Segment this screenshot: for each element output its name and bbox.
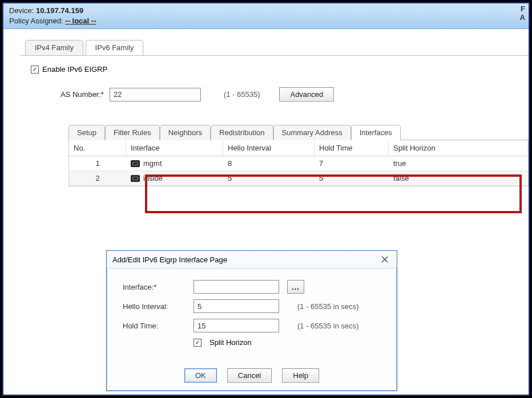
hold-time-label: Hold Time: — [123, 322, 186, 330]
window-frame: F A Device: 10.197.74.159 Policy Assigne… — [0, 0, 532, 398]
tab-ipv6-family[interactable]: IPv6 Family — [86, 40, 144, 55]
tab-filter-rules[interactable]: Filter Rules — [105, 125, 160, 140]
policy-label: Policy Assigned: — [9, 17, 63, 25]
nic-icon — [131, 160, 140, 167]
advanced-button[interactable]: Advanced — [279, 87, 334, 101]
header-right-2: A — [520, 13, 525, 22]
interfaces-table: No. Interface Hello Interval Hold Time S… — [68, 140, 529, 186]
hello-interval-input[interactable] — [194, 299, 279, 313]
header-right-1: F — [520, 5, 525, 13]
cell-hello: 5 — [223, 171, 315, 185]
browse-button[interactable]: ... — [287, 280, 304, 294]
col-hold-time[interactable]: Hold Time — [315, 140, 389, 156]
split-horizon-label: Split Horizon — [209, 338, 252, 347]
window-content: F A Device: 10.197.74.159 Policy Assigne… — [3, 3, 529, 395]
cell-hello: 8 — [223, 156, 315, 170]
hold-time-input[interactable] — [194, 319, 279, 332]
col-no[interactable]: No. — [69, 140, 126, 156]
as-number-range: (1 - 65535) — [224, 90, 260, 99]
table-header-row: No. Interface Hello Interval Hold Time S… — [69, 140, 528, 156]
cell-split: true — [389, 156, 528, 170]
table-row[interactable]: 1 mgmt 8 7 true — [69, 156, 528, 171]
tab-setup[interactable]: Setup — [68, 125, 105, 140]
cancel-button[interactable]: Cancel — [227, 368, 272, 383]
enable-ipv6-eigrp-label: Enable IPv6 EIGRP — [42, 65, 107, 74]
tab-ipv4-family[interactable]: IPv4 Family — [25, 40, 83, 55]
as-number-input[interactable] — [110, 88, 201, 101]
tab-summary-address[interactable]: Summary Address — [273, 125, 351, 140]
hello-interval-label: Hello Interval: — [123, 302, 186, 311]
cell-interface: mgmt — [143, 159, 162, 168]
col-split-horizon[interactable]: Split Horizon — [389, 140, 528, 156]
nic-icon — [131, 175, 140, 182]
split-horizon-checkbox[interactable]: ✓ — [194, 339, 201, 347]
help-button[interactable]: Help — [282, 368, 319, 383]
cell-no: 1 — [69, 156, 126, 170]
as-number-label: AS Number:* — [61, 90, 104, 99]
interface-input[interactable] — [194, 280, 279, 294]
device-value: 10.197.74.159 — [36, 6, 83, 15]
cell-split: false — [389, 171, 528, 185]
header-bar: F A Device: 10.197.74.159 Policy Assigne… — [3, 3, 529, 29]
cell-hold: 5 — [315, 171, 389, 185]
tab-interfaces[interactable]: Interfaces — [351, 125, 401, 140]
policy-value[interactable]: -- local -- — [65, 17, 96, 25]
col-hello-interval[interactable]: Hello Interval — [223, 140, 315, 156]
hold-range-hint: (1 - 65535 in secs) — [297, 322, 359, 330]
close-icon[interactable] — [378, 254, 391, 265]
add-edit-interface-dialog: Add/Edit IPv6 Eigrp Interface Page Inter… — [106, 250, 397, 391]
col-interface[interactable]: Interface — [126, 140, 223, 156]
tab-neighbors[interactable]: Neighbors — [160, 125, 211, 140]
tab-redistribution[interactable]: Redistribution — [211, 125, 273, 140]
interface-label: Interface:* — [123, 283, 186, 291]
cell-hold: 7 — [315, 156, 389, 170]
table-row[interactable]: 2 inside 5 5 false — [69, 171, 528, 186]
enable-ipv6-eigrp-checkbox[interactable]: ✓ — [31, 66, 39, 74]
ok-button[interactable]: OK — [184, 368, 217, 383]
device-label: Device: — [9, 6, 34, 15]
cell-interface: inside — [143, 174, 163, 182]
cell-no: 2 — [69, 171, 126, 185]
dialog-title: Add/Edit IPv6 Eigrp Interface Page — [112, 255, 227, 264]
hello-range-hint: (1 - 65535 in secs) — [297, 302, 359, 311]
